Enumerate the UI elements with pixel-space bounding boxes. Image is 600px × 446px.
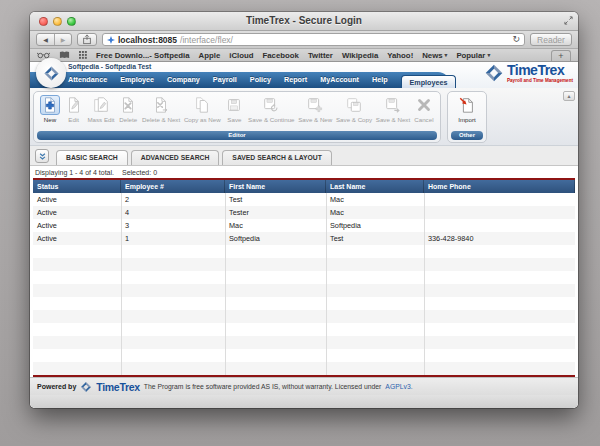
search-tab-strip: BASIC SEARCH ADVANCED SEARCH SAVED SEARC… <box>30 146 578 166</box>
zoom-window-button[interactable] <box>67 17 76 26</box>
agpl-license-link[interactable]: AGPLv3. <box>385 383 412 390</box>
address-bar[interactable]: localhost:8085 /interface/flex/ ↻ <box>102 33 525 46</box>
save-copy-button[interactable]: Save & Copy <box>336 95 372 123</box>
delete-button[interactable]: Delete <box>118 95 138 123</box>
minimize-window-button[interactable] <box>53 17 62 26</box>
import-button[interactable]: Import <box>457 95 477 123</box>
url-path: /interface/flex/ <box>180 35 233 45</box>
save-new-icon <box>305 95 325 115</box>
timetrex-logo-badge <box>36 58 66 88</box>
copy-documents-icon <box>192 95 212 115</box>
chevron-down-icon: ▾ <box>487 52 490 58</box>
bookmark-apple[interactable]: Apple <box>199 51 221 60</box>
nav-tab-myaccount[interactable]: MyAccount <box>320 75 359 86</box>
nav-tab-payroll[interactable]: Payroll <box>213 75 237 86</box>
new-document-icon <box>40 95 60 115</box>
bookmarks-bar: Free Downlo...- Softpedia Apple iCloud F… <box>30 49 578 62</box>
brand-tagline: Payroll and Time Management <box>507 78 573 83</box>
nav-tab-report[interactable]: Report <box>284 75 307 86</box>
save-floppy-icon <box>224 95 244 115</box>
account-label: Softpedia - Softpedia Test <box>68 63 151 70</box>
browser-toolbar: ◀ ▶ localhost:8085 /interface/flex/ ↻ Re… <box>30 31 578 49</box>
timetrex-brand: TimeTrex Payroll and Time Management <box>484 63 573 83</box>
url-host: localhost:8085 <box>118 35 177 45</box>
fullscreen-icon[interactable] <box>564 16 573 25</box>
edit-document-icon <box>64 95 84 115</box>
other-button-group: Import Other <box>447 91 487 143</box>
table-header: Status Employee # First Name Last Name H… <box>33 180 575 193</box>
bookmark-yahoo[interactable]: Yahoo! <box>387 51 413 60</box>
save-new-button[interactable]: Save & New <box>298 95 332 123</box>
timetrex-diamond-icon <box>43 65 60 82</box>
footer-brand-name: TimeTrex <box>96 381 140 393</box>
powered-by-label: Powered by <box>37 383 76 390</box>
top-sites-grid-icon[interactable] <box>79 51 87 59</box>
column-header-last-name[interactable]: Last Name <box>326 180 424 193</box>
tab-advanced-search[interactable]: ADVANCED SEARCH <box>131 150 220 165</box>
mass-edit-icon <box>91 95 111 115</box>
scroll-up-arrow[interactable]: ▲ <box>563 91 575 101</box>
bookmark-facebook[interactable]: Facebook <box>263 51 299 60</box>
table-row[interactable]: Active1SoftpediaTest336-428-9840 <box>33 232 575 245</box>
copy-as-new-button[interactable]: Copy as New <box>184 95 221 123</box>
bookmark-wikipedia[interactable]: Wikipedia <box>342 51 378 60</box>
nav-tab-policy[interactable]: Policy <box>250 75 271 86</box>
brand-name: TimeTrex <box>507 64 573 77</box>
column-header-employee-number[interactable]: Employee # <box>121 180 225 193</box>
selected-count: Selected: 0 <box>122 169 157 176</box>
delete-document-icon <box>118 95 138 115</box>
timetrex-app: Softpedia - Softpedia Test Attendance Em… <box>30 62 578 408</box>
bookmark-popular-menu[interactable]: Popular▾ <box>456 51 490 60</box>
double-chevron-down-icon <box>38 152 47 161</box>
tab-saved-search-layout[interactable]: SAVED SEARCH & LAYOUT <box>222 150 332 165</box>
delete-next-button[interactable]: Delete & Next <box>142 95 180 123</box>
save-continue-button[interactable]: Save & Continue <box>248 95 294 123</box>
new-tab-button[interactable]: + <box>551 50 571 61</box>
editor-button-group: New Edit Mass Edit Delete <box>33 91 441 143</box>
bookmarks-book-icon[interactable] <box>59 51 70 59</box>
close-window-button[interactable] <box>39 17 48 26</box>
nav-tab-company[interactable]: Company <box>167 75 200 86</box>
mass-edit-button[interactable]: Mass Edit <box>87 95 114 123</box>
import-document-icon <box>457 95 477 115</box>
timetrex-diamond-icon <box>80 381 92 393</box>
timetrex-diamond-icon <box>484 63 504 83</box>
reload-icon[interactable]: ↻ <box>512 34 520 45</box>
app-footer: Powered by TimeTrex The Program is free … <box>30 377 578 395</box>
nav-tab-help[interactable]: Help <box>372 75 388 86</box>
column-header-first-name[interactable]: First Name <box>225 180 326 193</box>
cancel-button[interactable]: Cancel <box>414 95 434 123</box>
chevron-down-icon: ▾ <box>445 52 448 58</box>
reader-button[interactable]: Reader <box>530 33 572 46</box>
collapse-search-button[interactable] <box>35 149 49 163</box>
share-button[interactable] <box>77 33 97 46</box>
table-body: Active2TestMac Active4TesterMac Active3M… <box>33 193 575 375</box>
bookmark-softpedia[interactable]: Free Downlo...- Softpedia <box>96 51 190 60</box>
window-bottom-strip <box>30 395 578 408</box>
history-nav-group: ◀ ▶ <box>36 33 72 46</box>
new-button[interactable]: New <box>40 95 60 123</box>
site-icon <box>107 36 115 44</box>
save-next-button[interactable]: Save & Next <box>376 95 410 123</box>
column-header-home-phone[interactable]: Home Phone <box>424 180 575 193</box>
license-text: The Program is free software provided AS… <box>144 383 382 390</box>
cancel-x-icon <box>414 95 434 115</box>
nav-tab-employee[interactable]: Employee <box>120 75 154 86</box>
edit-button[interactable]: Edit <box>64 95 84 123</box>
bookmark-twitter[interactable]: Twitter <box>308 51 333 60</box>
bookmark-news-menu[interactable]: News▾ <box>422 51 447 60</box>
table-row[interactable]: Active2TestMac <box>33 193 575 206</box>
nav-tab-attendance[interactable]: Attendance <box>68 75 107 86</box>
column-header-status[interactable]: Status <box>33 180 121 193</box>
back-button[interactable]: ◀ <box>37 34 54 45</box>
other-group-label: Other <box>451 131 483 140</box>
tab-basic-search[interactable]: BASIC SEARCH <box>56 150 128 165</box>
forward-button[interactable]: ▶ <box>54 34 71 45</box>
save-button[interactable]: Save <box>224 95 244 123</box>
bookmark-icloud[interactable]: iCloud <box>229 51 253 60</box>
table-row[interactable]: Active3MacSoftpedia <box>33 219 575 232</box>
nav-tab-employees-active[interactable]: Employees <box>401 75 457 88</box>
save-next-icon <box>383 95 403 115</box>
window-title: TimeTrex - Secure Login <box>30 12 578 30</box>
table-row[interactable]: Active4TesterMac <box>33 206 575 219</box>
